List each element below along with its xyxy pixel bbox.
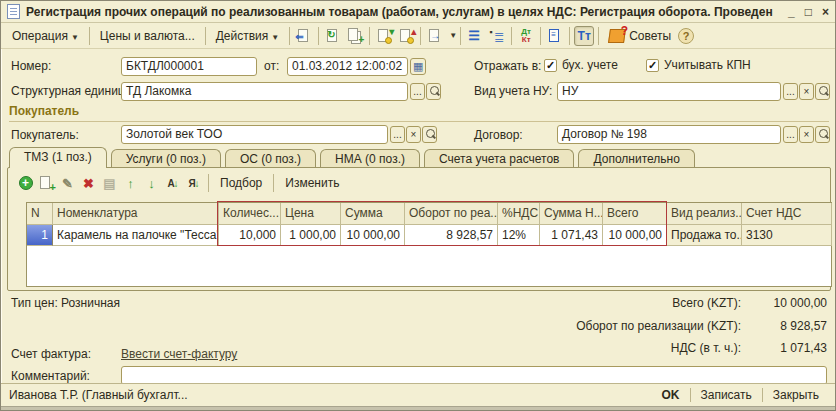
actions-menu-button[interactable]: Действия▼ (209, 26, 287, 46)
go-to-icon[interactable]: → (425, 26, 445, 46)
unpost-document-icon[interactable]: ▴ (396, 26, 416, 46)
tab-3[interactable]: НМА (0 поз.) (320, 149, 420, 168)
accounting-checkbox[interactable]: ✓ бух. учете (544, 58, 618, 72)
contract-field[interactable]: Договор № 198 (557, 125, 781, 144)
clear-button[interactable]: × (406, 126, 421, 143)
sort-ascending-button[interactable]: А↓ (163, 174, 182, 193)
table-cell[interactable]: 12% (498, 225, 540, 246)
table-cell[interactable]: Карамель на палочке "Тесса" (53, 225, 219, 246)
buyer-label: Покупатель: (11, 128, 79, 142)
toolbar-separator (89, 27, 90, 45)
number-field[interactable]: БКТДЛ000001 (121, 57, 257, 76)
grid-toolbar: + + ✎ ✖ ▤ ↑ ↓ А↓ Я↓ Подбор Изменить (16, 172, 347, 194)
tab-0[interactable]: ТМЗ (1 поз.) (9, 147, 107, 168)
copy-document-icon[interactable]: + (345, 26, 365, 46)
magnifier-icon[interactable] (422, 126, 437, 143)
table-cell[interactable]: Продажа то... (667, 225, 742, 246)
toolbar-separator (205, 27, 206, 45)
enter-invoice-link[interactable]: Ввести счет-фактуру (121, 347, 237, 361)
magnifier-icon[interactable] (426, 83, 441, 100)
items-table[interactable]: NНоменклатураКоличес...ЦенаСуммаОборот п… (26, 202, 832, 287)
date-field[interactable]: 01.03.2012 12:00:02 (287, 57, 408, 76)
refresh-icon[interactable]: ↻ (323, 26, 343, 46)
subordination-structure-icon[interactable]: ☰ (465, 26, 485, 46)
kpn-checkbox[interactable]: ✓ Учитывать КПН (646, 58, 751, 72)
chevron-down-icon[interactable]: ▼ (449, 31, 457, 40)
table-cell[interactable]: 1 071,43 (540, 225, 603, 246)
dt-kt-icon[interactable]: Дт Кт (516, 26, 536, 46)
change-button[interactable]: Изменить (277, 174, 347, 192)
ok-button[interactable]: OK (654, 386, 688, 404)
table-cell[interactable]: 10 000,00 (603, 225, 667, 246)
calendar-icon[interactable] (410, 58, 426, 75)
reflect-label: Отражать в: (474, 59, 541, 73)
end-edit-icon[interactable]: ▤ (100, 174, 119, 193)
window-resize-edge[interactable] (1, 406, 835, 411)
nu-type-field[interactable]: НУ (557, 82, 781, 101)
copy-row-button[interactable]: + (37, 174, 56, 193)
table-cell[interactable]: 1 000,00 (281, 225, 341, 246)
tab-5[interactable]: Дополнительно (578, 149, 694, 168)
report-document-icon[interactable]: ≡ (545, 26, 565, 46)
table-cell[interactable]: 8 928,57 (405, 225, 498, 246)
clear-button[interactable]: × (799, 83, 814, 100)
select-dots-button[interactable]: ... (390, 126, 405, 143)
kpn-checkbox-label: Учитывать КПН (664, 58, 751, 72)
magnifier-icon[interactable] (815, 83, 830, 100)
table-header-cell: Сумма (341, 203, 405, 225)
document-list-icon[interactable]: ▪══ (487, 26, 507, 46)
add-row-button[interactable]: + (16, 174, 35, 193)
table-header-cell: Сумма Н... (540, 203, 603, 225)
select-dots-button[interactable]: ... (410, 83, 425, 100)
toolbar-separator (569, 27, 570, 45)
table-header-cell: N (27, 203, 53, 225)
text-description-toggle[interactable]: Тт (574, 26, 594, 46)
buyer-field[interactable]: Золотой век ТОО (121, 125, 388, 144)
table-row[interactable]: 1Карамель на палочке "Тесса"10,0001 000,… (27, 225, 831, 246)
tab-4[interactable]: Счета учета расчетов (424, 149, 574, 168)
help-icon[interactable]: ? (678, 28, 694, 44)
select-dots-button[interactable]: ... (783, 126, 798, 143)
table-cell[interactable]: 10 000,00 (341, 225, 405, 246)
magnifier-icon[interactable] (815, 126, 830, 143)
close-form-button[interactable]: Закрыть (765, 386, 827, 404)
prices-currency-button[interactable]: Цены и валюта... (93, 26, 202, 46)
toolbar-separator (460, 27, 461, 45)
structural-unit-label: Структурная единица: (11, 84, 135, 98)
move-down-button[interactable]: ↓ (142, 174, 161, 193)
table-cell[interactable]: 3130 (742, 225, 832, 246)
tab-1[interactable]: Услуги (0 поз.) (111, 149, 221, 168)
tab-bar: ТМЗ (1 поз.)Услуги (0 поз.)ОС (0 поз.)НМ… (9, 147, 695, 168)
advice-button[interactable]: Советы (602, 26, 678, 46)
move-up-button[interactable]: ↑ (121, 174, 140, 193)
minimize-button[interactable]: _ (788, 5, 795, 19)
table-cell[interactable]: 10,000 (219, 225, 281, 246)
toolbar-separator (289, 27, 290, 45)
table-header-cell: Всего (603, 203, 667, 225)
toolbar-separator (369, 27, 370, 45)
maximize-button[interactable]: □ (805, 5, 812, 19)
save-document-icon[interactable]: ⇐ (294, 26, 314, 46)
tab-2[interactable]: ОС (0 поз.) (225, 149, 316, 168)
turnover-value: 8 928,57 (741, 319, 827, 333)
close-button[interactable]: × (822, 5, 829, 19)
nu-type-label: Вид учета НУ: (474, 84, 552, 98)
clear-button[interactable]: × (799, 126, 814, 143)
chevron-down-icon: ▼ (271, 33, 279, 42)
footer-separator (762, 388, 763, 402)
footer-bar: Иванова Т.Р. (Главный бухгалт... OK Запи… (1, 383, 835, 406)
save-button[interactable]: Записать (693, 386, 760, 404)
toolbar-separator (208, 174, 209, 192)
structural-unit-field[interactable]: ТД Лакомка (121, 82, 408, 101)
edit-row-button[interactable]: ✎ (58, 174, 77, 193)
post-document-icon[interactable]: ▾ (374, 26, 394, 46)
table-header-cell: Счет НДС (742, 203, 832, 225)
table-cell[interactable]: 1 (27, 225, 53, 246)
operation-menu-button[interactable]: Операция▼ (5, 26, 86, 46)
pick-button[interactable]: Подбор (212, 174, 270, 192)
delete-row-button[interactable]: ✖ (79, 174, 98, 193)
table-header-cell: Вид реализ... (667, 203, 742, 225)
date-label: от: (264, 59, 279, 73)
select-dots-button[interactable]: ... (783, 83, 798, 100)
sort-descending-button[interactable]: Я↓ (184, 174, 203, 193)
